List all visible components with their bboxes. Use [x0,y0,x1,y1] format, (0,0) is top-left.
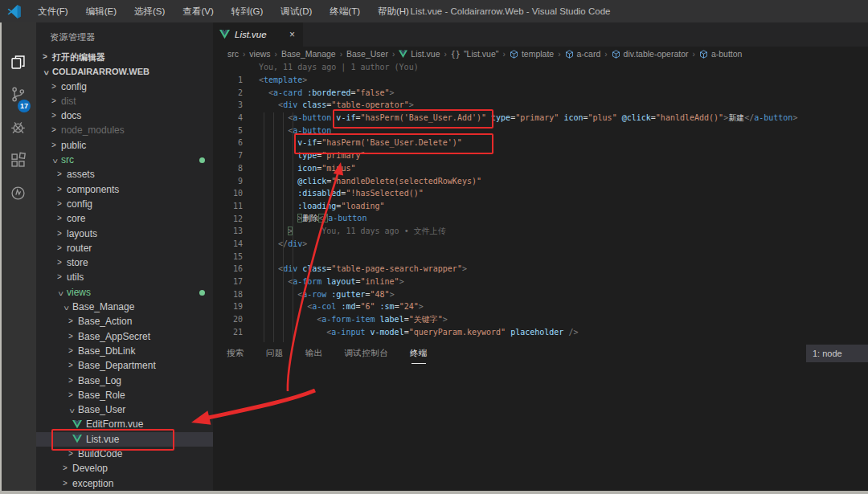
sidebar-item-coldairarrow.web[interactable]: >COLDAIRARROW.WEB [36,64,213,79]
item-label: components [67,182,119,197]
breadcrumb-item--list.vue-[interactable]: {}"List.vue" [451,49,499,59]
item-label: Base_Action [78,314,132,329]
breadcrumb-item-a-card[interactable]: a-card [565,49,601,59]
chevron-expanded-icon: > [63,407,78,415]
code-line-1: 1<template> [213,74,868,87]
breadcrumb-separator: › [558,50,560,59]
panel-tab-problems[interactable]: 问题 [266,348,284,361]
code-line-8: 8 icon="minus" [213,162,868,175]
chevron-collapsed-icon: > [55,167,63,182]
sidebar-item-buildcode[interactable]: >BuildCode [36,447,213,461]
menubar-item-view[interactable]: 查看(V) [174,0,222,22]
item-label: Base_Log [78,374,121,388]
breadcrumb-separator: › [604,50,607,59]
tab-list-vue[interactable]: List.vue × [213,22,303,47]
chevron-collapsed-icon: > [67,358,75,373]
item-label: config [61,80,87,94]
breadcrumb-item-template[interactable]: template [510,49,554,59]
sidebar-item-base_user[interactable]: >Base_User [36,402,213,417]
sidebar-item--[interactable]: >打开的编辑器 [36,50,213,64]
terminal-process-selector[interactable]: 1: node [806,345,868,362]
sidebar-item-node_modules[interactable]: >node_modules [36,123,213,137]
sidebar-item-docs[interactable]: >docs [36,108,213,123]
code-line-9: 9 @click="handleDelete(selectedRowKeys)" [213,174,868,187]
code-line-14: 14 </div> [213,238,868,251]
sidebar-item-utils[interactable]: >utils [36,270,213,284]
panel-tab-output[interactable]: 输出 [305,348,323,361]
chevron-collapsed-icon: > [55,227,63,241]
sidebar-item-public[interactable]: >public [36,138,213,153]
breadcrumb-item-div.table-operator[interactable]: div.table-operator [612,49,689,59]
extensions-icon[interactable] [0,144,36,176]
menubar-item-terminal[interactable]: 终端(T) [321,0,369,22]
menubar-item-help[interactable]: 帮助(H) [369,0,418,22]
code-line-15: 15 [213,250,868,263]
chevron-collapsed-icon: > [50,80,58,94]
sidebar-item-config[interactable]: >config [36,197,213,211]
sidebar-item-router[interactable]: >router [36,241,213,255]
debug-icon[interactable] [0,111,36,143]
breadcrumb-item-views[interactable]: views [249,49,270,59]
item-label: router [67,241,92,255]
sidebar-item-assets[interactable]: >assets [36,167,213,182]
menubar-item-edit[interactable]: 编辑(E) [77,0,125,22]
menubar-item-file[interactable]: 文件(F) [29,0,77,22]
sidebar-item-base_dblink[interactable]: >Base_DbLink [36,344,213,358]
sidebar-item-base_log[interactable]: >Base_Log [36,374,213,388]
chevron-collapsed-icon: > [55,197,63,211]
panel-tab-debug-console[interactable]: 调试控制台 [344,348,388,361]
chevron-collapsed-icon: > [50,94,58,108]
code-editor[interactable]: You, 11 days ago | 1 author (You)1<templ… [213,61,868,342]
item-label: Base_AppSecret [78,329,150,344]
panel-tab-terminal[interactable]: 终端 [410,348,428,361]
chevron-expanded-icon: > [52,289,67,297]
menubar-item-goto[interactable]: 转到(G) [223,0,272,22]
breadcrumb-item-list.vue[interactable]: List.vue [399,49,440,59]
code-line-10: 10 :disabled="!hasSelected()" [213,187,868,200]
sidebar-item-list.vue[interactable]: List.vue [36,432,213,447]
code-line-17: 17 <a-form layout="inline"> [213,276,868,288]
terminal-panel[interactable] [213,365,868,492]
menubar-item-debug[interactable]: 调试(D) [272,0,321,22]
sidebar-item-base_action[interactable]: >Base_Action [36,314,213,329]
vscode-logo-icon [7,5,21,18]
explorer-icon[interactable] [0,46,36,78]
scm-badge: 17 [18,100,31,112]
code-line-11: 11 :loading="loading" [213,200,868,213]
plugin-circle-icon[interactable] [0,177,36,209]
code-line-6: 6 v-if="hasPerm('Base_User.Delete')" [213,137,868,149]
sidebar-item-base_appsecret[interactable]: >Base_AppSecret [36,329,213,344]
sidebar-item-store[interactable]: >store [36,255,213,270]
item-label: views [67,285,91,300]
breadcrumb-item-base_user[interactable]: Base_User [346,49,388,59]
tab-close-icon[interactable]: × [288,29,297,40]
sidebar-item-core[interactable]: >core [36,211,213,226]
breadcrumb: src›views›Base_Manage›Base_User›List.vue… [213,47,868,61]
sidebar-item-components[interactable]: >components [36,182,213,197]
code-line-13: 13 > You, 11 days ago • 文件上传 [213,225,868,238]
code-line-3: 3 <div class="table-operator"> [213,99,868,112]
item-label: exception [72,476,113,491]
breadcrumb-item-a-button[interactable]: a-button [699,49,743,59]
sidebar-item-src[interactable]: >src [36,153,213,167]
sidebar-item-base_manage[interactable]: >Base_Manage [36,300,213,314]
sidebar-item-develop[interactable]: >Develop [36,461,213,476]
sidebar-item-exception[interactable]: >exception [36,476,213,491]
sidebar-item-base_department[interactable]: >Base_Department [36,358,213,373]
sidebar-item-views[interactable]: >views [36,285,213,300]
breadcrumb-item-base_manage[interactable]: Base_Manage [281,49,336,59]
code-line-4: 4 <a-button v-if="hasPerm('Base_User.Add… [213,112,868,125]
sidebar-item-base_role[interactable]: >Base_Role [36,388,213,402]
sidebar-item-editform.vue[interactable]: EditForm.vue [36,417,213,431]
title-bar: 文件(F)编辑(E)选择(S)查看(V)转到(G)调试(D)终端(T)帮助(H)… [0,0,868,22]
sidebar-item-dist[interactable]: >dist [36,94,213,108]
sidebar-item-config[interactable]: >config [36,80,213,94]
breadcrumb-item-src[interactable]: src [227,49,239,59]
panel-tab-search[interactable]: 搜索 [227,348,244,361]
chevron-collapsed-icon: > [55,241,63,255]
menubar-item-selection[interactable]: 选择(S) [125,0,174,22]
vue-file-icon [72,420,82,429]
sidebar-item-layouts[interactable]: >layouts [36,227,213,241]
window-edge-left [0,22,2,494]
breadcrumb-separator: › [444,50,447,59]
